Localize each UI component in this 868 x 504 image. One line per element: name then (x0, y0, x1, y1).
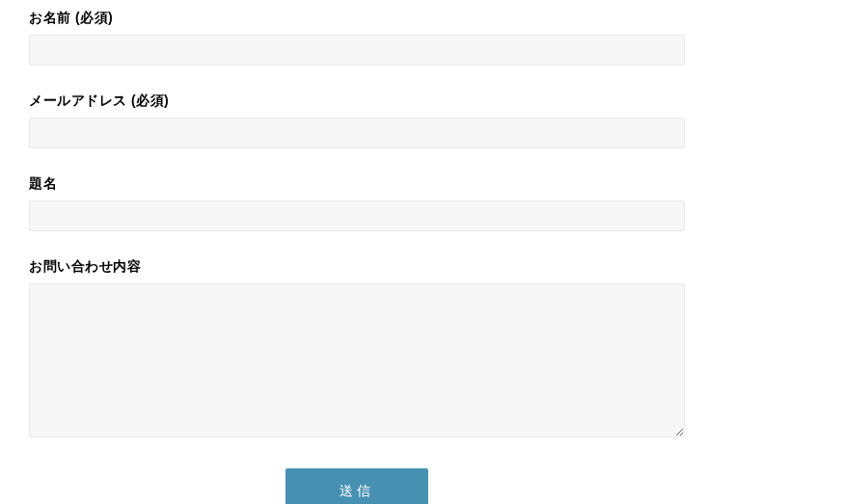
subject-input[interactable] (29, 200, 685, 231)
contact-form: お名前 (必須) メールアドレス (必須) 題名 お問い合わせ内容 送信 (29, 10, 685, 504)
submit-button[interactable]: 送信 (285, 468, 428, 504)
form-group-name: お名前 (必須) (29, 10, 685, 66)
form-group-subject: 題名 (29, 175, 685, 231)
message-textarea[interactable] (29, 283, 685, 438)
name-label: お名前 (必須) (29, 10, 685, 27)
email-label: メールアドレス (必須) (29, 93, 685, 110)
message-label: お問い合わせ内容 (29, 258, 685, 276)
subject-label: 題名 (29, 175, 685, 193)
form-group-email: メールアドレス (必須) (29, 93, 685, 148)
form-group-message: お問い合わせ内容 (29, 258, 685, 441)
email-input[interactable] (29, 118, 685, 148)
submit-row: 送信 (29, 468, 685, 504)
name-input[interactable] (29, 35, 685, 66)
